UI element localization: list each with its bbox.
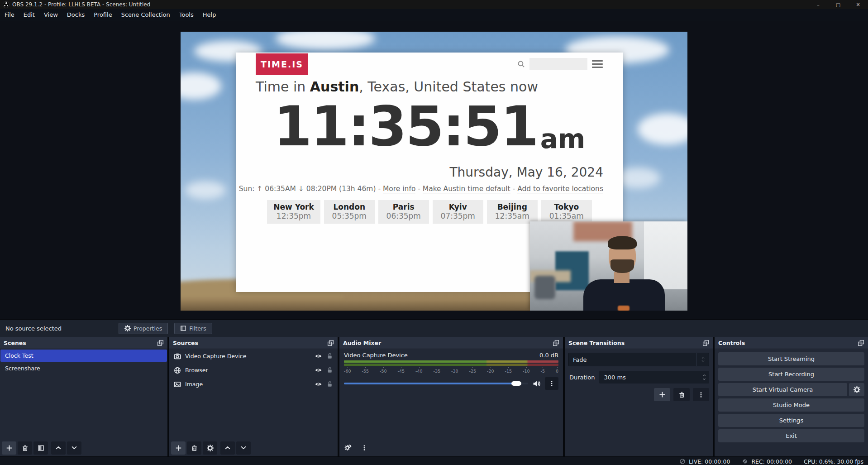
program-canvas[interactable]: TIME.IS Time in Austin, Texas, United St… xyxy=(181,32,687,311)
person-neck xyxy=(614,272,630,283)
title-bar: OBS 29.1.2 - Profile: LLHLS BETA - Scene… xyxy=(0,0,868,9)
source-down-button[interactable] xyxy=(236,441,251,455)
menu-edit[interactable]: Edit xyxy=(19,9,39,21)
preview-area[interactable]: TIME.IS Time in Austin, Texas, United St… xyxy=(0,21,868,319)
city-card[interactable]: London05:35pm xyxy=(324,200,375,224)
remove-source-button[interactable] xyxy=(187,441,201,455)
scene-item-screenshare[interactable]: Screenshare xyxy=(0,362,167,374)
menu-scene-collection[interactable]: Scene Collection xyxy=(117,9,175,21)
close-button[interactable]: ✕ xyxy=(848,0,868,9)
dock-area: Scenes Clock Test Screenshare Sources xyxy=(0,337,868,456)
world-cities-row: New York12:35pm London05:35pm Paris06:35… xyxy=(236,200,623,224)
remove-scene-button[interactable] xyxy=(18,441,32,455)
transition-options-button[interactable] xyxy=(693,388,709,401)
dots-vertical-icon xyxy=(361,445,367,451)
eye-icon[interactable] xyxy=(315,352,322,360)
filters-button[interactable]: Filters xyxy=(174,323,212,334)
speaker-icon[interactable] xyxy=(533,380,540,388)
transitions-title: Scene Transitions xyxy=(568,340,625,346)
sources-title: Sources xyxy=(173,340,198,346)
duration-spinners[interactable] xyxy=(699,374,709,381)
lock-icon[interactable] xyxy=(326,381,333,388)
page-title: Time in Austin, Texas, United States now xyxy=(256,79,538,95)
status-bar: LIVE: 00:00:00 REC: 00:00:00 CPU: 0.6%, … xyxy=(0,456,868,465)
settings-button[interactable]: Settings xyxy=(718,414,864,427)
volume-slider[interactable] xyxy=(344,383,528,384)
mixer-options-button[interactable] xyxy=(545,377,558,390)
popout-icon[interactable] xyxy=(702,340,709,346)
virtual-camera-settings-button[interactable] xyxy=(849,383,864,396)
menu-docks[interactable]: Docks xyxy=(62,9,89,21)
city-card[interactable]: Paris06:35pm xyxy=(378,200,429,224)
mixer-menu-button[interactable] xyxy=(357,441,372,455)
search-input[interactable] xyxy=(529,58,587,70)
popout-icon[interactable] xyxy=(553,340,559,346)
eye-icon[interactable] xyxy=(315,380,322,388)
source-row-image[interactable]: Image xyxy=(169,377,338,391)
scene-item-clock-test[interactable]: Clock Test xyxy=(0,350,167,362)
add-transition-button[interactable] xyxy=(654,388,670,401)
add-favorite-link[interactable]: Add to favorite locations xyxy=(517,185,603,193)
duration-input[interactable]: 300 ms xyxy=(599,371,709,384)
city-card[interactable]: New York12:35pm xyxy=(267,200,320,224)
advanced-audio-icon xyxy=(344,444,353,451)
start-virtual-camera-button[interactable]: Start Virtual Camera xyxy=(718,383,847,396)
source-up-button[interactable] xyxy=(220,441,235,455)
lock-icon[interactable] xyxy=(326,367,333,374)
studio-mode-button[interactable]: Studio Mode xyxy=(718,398,864,412)
person-hair xyxy=(608,236,637,249)
eye-icon[interactable] xyxy=(315,366,322,374)
controls-panel: Controls Start Streaming Start Recording… xyxy=(715,337,868,456)
minimize-button[interactable]: – xyxy=(808,0,828,9)
person-beard xyxy=(610,259,634,273)
make-default-link[interactable]: Make Austin time default xyxy=(423,185,510,193)
plus-icon xyxy=(659,391,666,398)
plus-icon xyxy=(175,445,182,451)
city-card[interactable]: Tokyo01:35am xyxy=(541,200,592,224)
clock-meridiem: am xyxy=(540,126,586,152)
source-row-browser[interactable]: Browser xyxy=(169,363,338,377)
webcam-overlay xyxy=(530,221,687,311)
city-card[interactable]: Kyiv07:35pm xyxy=(433,200,483,224)
remove-transition-button[interactable] xyxy=(673,388,690,401)
add-source-button[interactable] xyxy=(171,441,186,455)
sun-info-line: Sun: ↑ 06:35AM ↓ 08:20PM (13h 46m) - Mor… xyxy=(239,185,603,193)
menu-file[interactable]: File xyxy=(0,9,19,21)
popout-icon[interactable] xyxy=(858,340,864,346)
menu-help[interactable]: Help xyxy=(198,9,221,21)
transition-select[interactable]: Fade xyxy=(568,353,709,366)
more-info-link[interactable]: More info xyxy=(383,185,415,193)
camera-icon xyxy=(174,353,181,360)
cloud xyxy=(181,72,221,100)
menu-profile[interactable]: Profile xyxy=(89,9,116,21)
source-status-label: No source selected xyxy=(5,325,119,332)
trash-icon xyxy=(22,445,29,451)
city-card[interactable]: Beijing12:35am xyxy=(487,200,538,224)
volume-slider-handle[interactable] xyxy=(511,381,521,386)
source-row-video-capture[interactable]: Video Capture Device xyxy=(169,349,338,363)
timeis-logo[interactable]: TIME.IS xyxy=(256,53,308,75)
audio-mixer-panel: Audio Mixer Video Capture Device 0.0 dB … xyxy=(339,337,563,456)
lock-icon[interactable] xyxy=(326,353,333,360)
scene-down-button[interactable] xyxy=(67,441,81,455)
start-streaming-button[interactable]: Start Streaming xyxy=(718,352,864,365)
menu-tools[interactable]: Tools xyxy=(175,9,198,21)
start-recording-button[interactable]: Start Recording xyxy=(718,368,864,381)
source-properties-button[interactable] xyxy=(203,441,217,455)
menu-view[interactable]: View xyxy=(39,9,62,21)
properties-button[interactable]: Properties xyxy=(119,323,168,334)
chevron-up-icon xyxy=(224,445,231,451)
advanced-audio-button[interactable] xyxy=(341,441,356,455)
hamburger-menu-icon[interactable] xyxy=(592,60,603,68)
add-scene-button[interactable] xyxy=(2,441,16,455)
current-time: 11:35:51 am xyxy=(236,99,623,154)
current-date: Thursday, May 16, 2024 xyxy=(450,165,603,180)
scene-up-button[interactable] xyxy=(51,441,66,455)
sources-panel: Sources Video Capture Device Browser xyxy=(169,337,338,456)
popout-icon[interactable] xyxy=(157,340,164,346)
exit-button[interactable]: Exit xyxy=(718,429,864,442)
chevron-down-icon xyxy=(702,378,706,381)
popout-icon[interactable] xyxy=(327,340,334,346)
scene-filters-button[interactable] xyxy=(33,441,48,455)
maximize-button[interactable]: ▢ xyxy=(828,0,848,9)
